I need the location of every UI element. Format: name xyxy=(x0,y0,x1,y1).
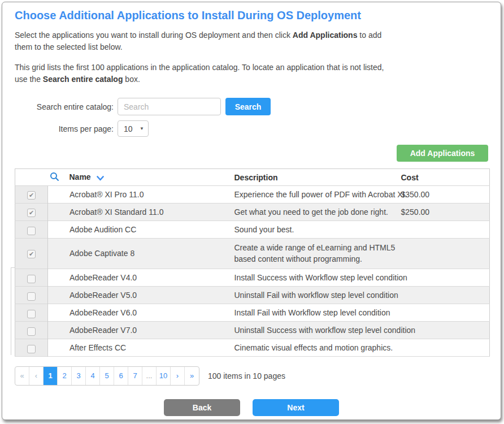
row-checkbox[interactable] xyxy=(27,310,36,318)
chevron-down-icon: ▼ xyxy=(140,126,144,131)
app-cost xyxy=(401,269,490,286)
app-description: Cinematic visual effects and motion grap… xyxy=(234,339,401,356)
items-per-page-select[interactable]: 10 ▼ xyxy=(118,120,149,137)
pagination-last-button[interactable]: » xyxy=(185,367,199,385)
pagination-prev-button[interactable]: ‹ xyxy=(29,367,44,385)
search-button[interactable]: Search xyxy=(225,98,271,115)
search-input[interactable] xyxy=(118,98,221,115)
table-row: ✔ Acrobat® XI Standard 11.0 Get what you… xyxy=(15,204,490,221)
app-description: Install Success with Workflow step level… xyxy=(234,269,401,286)
app-description: Create a wide range of eLearning and HTM… xyxy=(234,239,401,269)
table-row: ✔ Adobe Captivate 8 Create a wide range … xyxy=(15,239,490,269)
wizard-page: Choose Additional Applications to Instal… xyxy=(2,2,501,420)
grid-divider-line-vertical xyxy=(11,267,11,355)
intro-p2-bold: Search entire catalog xyxy=(43,75,123,84)
row-checkbox[interactable] xyxy=(27,345,36,353)
app-description: Sound your best. xyxy=(234,221,401,239)
grid-header-row: Name Description Cost xyxy=(15,169,490,186)
intro-paragraph-1: Select the applications you want to inst… xyxy=(15,29,390,53)
pagination: « ‹ 1 2 3 4 5 6 7 ... 10 › » xyxy=(15,366,199,386)
back-button[interactable]: Back xyxy=(164,399,240,416)
pagination-page-6[interactable]: 6 xyxy=(114,367,128,385)
row-checkbox[interactable]: ✔ xyxy=(27,191,36,200)
pagination-summary: 100 items in 10 pages xyxy=(208,371,285,380)
checkmark-icon: ✔ xyxy=(29,251,34,257)
app-name: Adobe Captivate 8 xyxy=(48,239,234,269)
intro-p1-bold: Add Applications xyxy=(293,31,358,40)
search-catalog-label: Search entire catalog: xyxy=(15,102,114,111)
table-row: AdobeReader V6.0 Install Fail with Workf… xyxy=(15,304,490,321)
app-cost xyxy=(401,239,490,269)
name-header-label: Name xyxy=(69,172,91,181)
app-description: Uninstall Fail with workflow step level … xyxy=(234,286,401,304)
pagination-page-3[interactable]: 3 xyxy=(72,367,86,385)
app-name: Adobe Audition CC xyxy=(48,221,234,239)
app-cost xyxy=(401,286,490,304)
items-per-page-label: Items per page: xyxy=(15,124,114,133)
row-checkbox[interactable] xyxy=(27,292,36,301)
app-name: Acrobat® XI Pro 11.0 xyxy=(48,186,234,204)
grid-divider-line xyxy=(11,267,15,268)
sort-descending-icon xyxy=(97,174,104,183)
intro-p2-text-2: box. xyxy=(123,75,140,84)
name-column-header[interactable]: Name xyxy=(48,169,234,186)
app-cost: $250.00 xyxy=(401,204,490,221)
intro-text: Select the applications you want to inst… xyxy=(15,29,488,85)
app-name: AdobeReader V7.0 xyxy=(48,321,234,339)
pagination-page-7[interactable]: 7 xyxy=(128,367,142,385)
table-row: ✔ Acrobat® XI Pro 11.0 Experience the fu… xyxy=(15,186,490,204)
table-row: AdobeReader V4.0 Install Success with Wo… xyxy=(15,269,490,286)
intro-paragraph-2: This grid lists the first 100 applicatio… xyxy=(15,62,390,85)
app-description: Uninstall Success with workflow step lev… xyxy=(234,321,401,339)
app-name: AdobeReader V6.0 xyxy=(48,304,234,321)
app-cost xyxy=(401,339,490,356)
app-name: AdobeReader V4.0 xyxy=(48,269,234,286)
row-checkbox[interactable]: ✔ xyxy=(27,250,36,258)
pagination-page-5[interactable]: 5 xyxy=(100,367,114,385)
app-cost xyxy=(401,304,490,321)
pagination-first-button[interactable]: « xyxy=(15,367,29,385)
table-row: AdobeReader V5.0 Uninstall Fail with wor… xyxy=(15,286,490,304)
pagination-page-10[interactable]: 10 xyxy=(157,367,171,385)
applications-grid: Name Description Cost ✔ Acrobat® XI Pro … xyxy=(15,168,488,357)
table-row: After Effects CC Cinematic visual effect… xyxy=(15,339,490,356)
pagination-next-button[interactable]: › xyxy=(171,367,185,385)
app-cost xyxy=(401,221,490,239)
items-per-page-value: 10 xyxy=(124,124,133,133)
pagination-ellipsis: ... xyxy=(142,367,157,385)
cost-column-header[interactable]: Cost xyxy=(401,169,490,186)
page-title: Choose Additional Applications to Instal… xyxy=(15,9,488,22)
search-icon[interactable] xyxy=(50,172,59,183)
table-row: AdobeReader V7.0 Uninstall Success with … xyxy=(15,321,490,339)
intro-p1-text: Select the applications you want to inst… xyxy=(15,31,293,40)
app-name: AdobeReader V5.0 xyxy=(48,286,234,304)
checkbox-column-header xyxy=(15,169,48,186)
checkmark-icon: ✔ xyxy=(29,210,34,216)
add-applications-button[interactable]: Add Applications xyxy=(397,145,488,162)
app-cost: $350.00 xyxy=(401,186,490,204)
app-description: Get what you need to get the job done ri… xyxy=(234,204,401,221)
row-checkbox[interactable] xyxy=(27,327,36,336)
app-description: Install Fail with Workflow step level co… xyxy=(234,304,401,321)
row-checkbox[interactable]: ✔ xyxy=(27,209,36,217)
row-checkbox[interactable] xyxy=(27,275,36,283)
table-row: Adobe Audition CC Sound your best. xyxy=(15,221,490,239)
pagination-page-1[interactable]: 1 xyxy=(44,367,58,385)
description-column-header[interactable]: Description xyxy=(234,169,401,186)
app-name: Acrobat® XI Standard 11.0 xyxy=(48,204,234,221)
pagination-page-2[interactable]: 2 xyxy=(58,367,72,385)
app-description: Experience the full power of PDF with Ac… xyxy=(234,186,401,204)
checkmark-icon: ✔ xyxy=(29,192,34,198)
app-name: After Effects CC xyxy=(48,339,234,356)
pagination-page-4[interactable]: 4 xyxy=(86,367,100,385)
next-button[interactable]: Next xyxy=(253,399,339,416)
row-checkbox[interactable] xyxy=(27,227,36,235)
